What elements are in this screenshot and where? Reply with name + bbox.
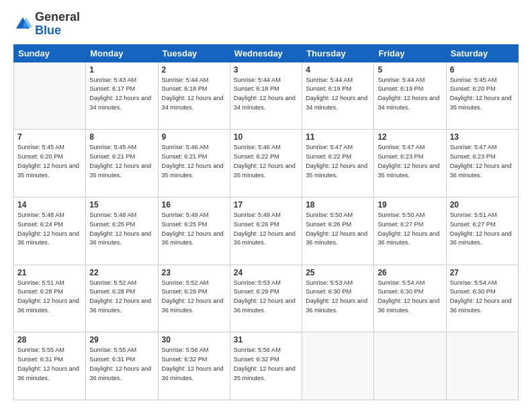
day-number: 10	[234, 132, 298, 142]
day-info: Sunrise: 5:56 AMSunset: 6:32 PMDaylight:…	[234, 346, 298, 383]
calendar-cell: 23Sunrise: 5:52 AMSunset: 6:29 PMDayligh…	[158, 265, 230, 332]
day-info: Sunrise: 5:54 AMSunset: 6:30 PMDaylight:…	[378, 279, 442, 316]
calendar-cell: 3Sunrise: 5:44 AMSunset: 6:18 PMDaylight…	[230, 62, 302, 130]
day-number: 3	[234, 65, 298, 75]
calendar-cell: 28Sunrise: 5:55 AMSunset: 6:31 PMDayligh…	[14, 332, 86, 400]
calendar-table: SundayMondayTuesdayWednesdayThursdayFrid…	[13, 44, 519, 400]
day-number: 21	[17, 268, 82, 277]
day-info: Sunrise: 5:47 AMSunset: 6:23 PMDaylight:…	[450, 143, 515, 180]
calendar-cell: 22Sunrise: 5:52 AMSunset: 6:28 PMDayligh…	[86, 265, 158, 332]
day-number: 2	[162, 65, 226, 75]
day-info: Sunrise: 5:49 AMSunset: 6:25 PMDaylight:…	[162, 211, 226, 248]
day-info: Sunrise: 5:45 AMSunset: 6:21 PMDaylight:…	[89, 143, 154, 180]
day-info: Sunrise: 5:51 AMSunset: 6:27 PMDaylight:…	[450, 211, 515, 248]
calendar-cell: 9Sunrise: 5:46 AMSunset: 6:21 PMDaylight…	[158, 130, 230, 197]
day-info: Sunrise: 5:46 AMSunset: 6:21 PMDaylight:…	[162, 143, 226, 180]
calendar-cell: 31Sunrise: 5:56 AMSunset: 6:32 PMDayligh…	[230, 332, 302, 400]
day-number: 13	[450, 132, 515, 142]
day-number: 27	[450, 268, 515, 277]
day-number: 31	[234, 335, 298, 345]
logo-general: General	[35, 10, 80, 24]
calendar-cell: 8Sunrise: 5:45 AMSunset: 6:21 PMDaylight…	[86, 130, 158, 197]
calendar-cell: 26Sunrise: 5:54 AMSunset: 6:30 PMDayligh…	[374, 265, 446, 332]
day-info: Sunrise: 5:47 AMSunset: 6:22 PMDaylight:…	[306, 143, 370, 180]
calendar-cell: 24Sunrise: 5:53 AMSunset: 6:29 PMDayligh…	[230, 265, 302, 332]
calendar-cell: 16Sunrise: 5:49 AMSunset: 6:25 PMDayligh…	[158, 197, 230, 265]
day-number: 11	[306, 132, 370, 142]
day-info: Sunrise: 5:52 AMSunset: 6:29 PMDaylight:…	[162, 279, 226, 316]
day-number: 4	[306, 65, 370, 75]
day-number: 8	[89, 132, 154, 142]
day-info: Sunrise: 5:55 AMSunset: 6:31 PMDaylight:…	[17, 346, 82, 383]
col-header-monday: Monday	[86, 44, 158, 62]
day-info: Sunrise: 5:54 AMSunset: 6:30 PMDaylight:…	[450, 279, 515, 316]
calendar-cell: 19Sunrise: 5:50 AMSunset: 6:27 PMDayligh…	[374, 197, 446, 265]
calendar-cell: 11Sunrise: 5:47 AMSunset: 6:22 PMDayligh…	[302, 130, 374, 197]
calendar-row: 21Sunrise: 5:51 AMSunset: 6:28 PMDayligh…	[14, 265, 519, 332]
calendar-row: 7Sunrise: 5:45 AMSunset: 6:20 PMDaylight…	[14, 130, 519, 197]
day-info: Sunrise: 5:48 AMSunset: 6:25 PMDaylight:…	[89, 211, 154, 248]
day-number: 18	[306, 200, 370, 210]
calendar-cell: 7Sunrise: 5:45 AMSunset: 6:20 PMDaylight…	[14, 130, 86, 197]
day-info: Sunrise: 5:43 AMSunset: 6:17 PMDaylight:…	[89, 76, 154, 113]
day-number: 28	[17, 335, 82, 345]
calendar-cell	[446, 332, 518, 400]
day-info: Sunrise: 5:53 AMSunset: 6:29 PMDaylight:…	[234, 279, 298, 316]
day-number: 22	[89, 268, 154, 277]
logo: General Blue	[13, 11, 80, 38]
calendar-cell: 2Sunrise: 5:44 AMSunset: 6:18 PMDaylight…	[158, 62, 230, 130]
day-number: 7	[17, 132, 82, 142]
calendar-cell	[374, 332, 446, 400]
calendar-cell: 30Sunrise: 5:56 AMSunset: 6:32 PMDayligh…	[158, 332, 230, 400]
calendar-cell: 1Sunrise: 5:43 AMSunset: 6:17 PMDaylight…	[86, 62, 158, 130]
calendar-cell: 18Sunrise: 5:50 AMSunset: 6:26 PMDayligh…	[302, 197, 374, 265]
header: General Blue	[13, 11, 519, 38]
col-header-saturday: Saturday	[446, 44, 518, 62]
calendar-cell: 29Sunrise: 5:55 AMSunset: 6:31 PMDayligh…	[86, 332, 158, 400]
calendar-cell: 27Sunrise: 5:54 AMSunset: 6:30 PMDayligh…	[446, 265, 518, 332]
day-info: Sunrise: 5:46 AMSunset: 6:22 PMDaylight:…	[234, 143, 298, 180]
day-info: Sunrise: 5:48 AMSunset: 6:24 PMDaylight:…	[17, 211, 82, 248]
day-number: 26	[378, 268, 442, 277]
day-info: Sunrise: 5:44 AMSunset: 6:18 PMDaylight:…	[162, 76, 226, 113]
day-info: Sunrise: 5:44 AMSunset: 6:18 PMDaylight:…	[234, 76, 298, 113]
day-info: Sunrise: 5:47 AMSunset: 6:23 PMDaylight:…	[378, 143, 442, 180]
day-info: Sunrise: 5:50 AMSunset: 6:27 PMDaylight:…	[378, 211, 442, 248]
calendar-cell: 17Sunrise: 5:49 AMSunset: 6:26 PMDayligh…	[230, 197, 302, 265]
logo-text: General Blue	[35, 11, 80, 38]
calendar-cell: 12Sunrise: 5:47 AMSunset: 6:23 PMDayligh…	[374, 130, 446, 197]
day-info: Sunrise: 5:45 AMSunset: 6:20 PMDaylight:…	[17, 143, 82, 180]
col-header-wednesday: Wednesday	[230, 44, 302, 62]
day-number: 23	[162, 268, 226, 277]
day-number: 29	[89, 335, 154, 345]
calendar-row: 1Sunrise: 5:43 AMSunset: 6:17 PMDaylight…	[14, 62, 519, 130]
day-number: 5	[378, 65, 442, 75]
day-info: Sunrise: 5:50 AMSunset: 6:26 PMDaylight:…	[306, 211, 370, 248]
calendar-cell: 4Sunrise: 5:44 AMSunset: 6:19 PMDaylight…	[302, 62, 374, 130]
calendar-cell: 14Sunrise: 5:48 AMSunset: 6:24 PMDayligh…	[14, 197, 86, 265]
day-number: 17	[234, 200, 298, 210]
calendar-cell: 5Sunrise: 5:44 AMSunset: 6:19 PMDaylight…	[374, 62, 446, 130]
col-header-thursday: Thursday	[302, 44, 374, 62]
calendar-cell: 15Sunrise: 5:48 AMSunset: 6:25 PMDayligh…	[86, 197, 158, 265]
calendar-row: 14Sunrise: 5:48 AMSunset: 6:24 PMDayligh…	[14, 197, 519, 265]
day-number: 30	[162, 335, 226, 345]
page: General Blue SundayMondayTuesdayWednesda…	[0, 0, 532, 411]
calendar-cell: 6Sunrise: 5:45 AMSunset: 6:20 PMDaylight…	[446, 62, 518, 130]
day-number: 9	[162, 132, 226, 142]
calendar-cell	[302, 332, 374, 400]
day-number: 1	[89, 65, 154, 75]
calendar-cell	[14, 62, 86, 130]
logo-blue: Blue	[35, 24, 61, 37]
day-number: 19	[378, 200, 442, 210]
col-header-sunday: Sunday	[14, 44, 86, 62]
day-number: 20	[450, 200, 515, 210]
day-info: Sunrise: 5:52 AMSunset: 6:28 PMDaylight:…	[89, 279, 154, 316]
day-info: Sunrise: 5:44 AMSunset: 6:19 PMDaylight:…	[306, 76, 370, 113]
day-info: Sunrise: 5:45 AMSunset: 6:20 PMDaylight:…	[450, 76, 515, 113]
day-number: 24	[234, 268, 298, 277]
day-number: 14	[17, 200, 82, 210]
col-header-friday: Friday	[374, 44, 446, 62]
col-header-tuesday: Tuesday	[158, 44, 230, 62]
day-info: Sunrise: 5:44 AMSunset: 6:19 PMDaylight:…	[378, 76, 442, 113]
